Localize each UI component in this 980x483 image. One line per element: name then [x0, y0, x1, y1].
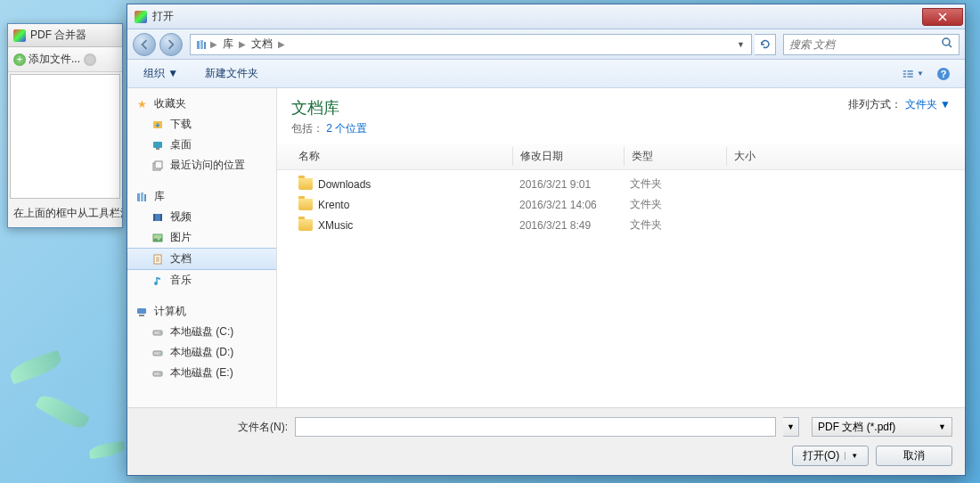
- svg-rect-6: [903, 76, 906, 78]
- svg-rect-4: [903, 70, 906, 72]
- col-name[interactable]: 名称: [291, 147, 512, 166]
- sidebar-item-recent[interactable]: 最近访问的位置: [127, 155, 276, 176]
- search-box[interactable]: [783, 34, 960, 55]
- sidebar-label: 计算机: [154, 304, 186, 319]
- sidebar-item-disk-d[interactable]: 本地磁盘 (D:): [127, 342, 276, 363]
- refresh-icon: [759, 38, 772, 51]
- file-name: Downloads: [318, 178, 371, 191]
- forward-button[interactable]: [159, 33, 183, 56]
- open-label: 打开(O): [803, 448, 839, 463]
- svg-point-34: [159, 372, 161, 374]
- sidebar-item-videos[interactable]: 视频: [127, 207, 276, 227]
- breadcrumb-item[interactable]: 文档: [248, 37, 276, 52]
- col-date[interactable]: 修改日期: [513, 147, 624, 166]
- bg-hint: 在上面的框中从工具栏添: [8, 201, 122, 226]
- bg-title: PDF 合并器: [30, 28, 86, 43]
- svg-rect-5: [903, 73, 906, 75]
- col-size[interactable]: 大小: [727, 147, 798, 166]
- breadcrumb[interactable]: ▶ 库 ▶ 文档 ▶ ▼: [190, 34, 752, 55]
- decorative-leaf: [35, 390, 90, 432]
- sidebar-favorites-head[interactable]: ★ 收藏夹: [127, 94, 276, 114]
- app-icon: [13, 29, 26, 42]
- help-button[interactable]: ?: [933, 64, 954, 84]
- organize-menu[interactable]: 组织 ▼: [138, 62, 184, 85]
- add-file-button[interactable]: + 添加文件...: [13, 52, 80, 67]
- disk-icon: [151, 325, 165, 340]
- bg-list: [10, 74, 120, 199]
- svg-text:?: ?: [941, 69, 947, 79]
- sort-label: 排列方式：: [848, 98, 902, 111]
- library-title: 文档库: [291, 97, 367, 119]
- nav-bar: ▶ 库 ▶ 文档 ▶ ▼: [127, 29, 965, 60]
- recent-icon: [151, 159, 165, 173]
- open-button[interactable]: 打开(O) ▼: [792, 446, 869, 466]
- svg-point-3: [943, 38, 950, 45]
- file-type: 文件夹: [623, 197, 724, 212]
- sort-dropdown[interactable]: 文件夹 ▼: [905, 98, 951, 111]
- filename-input[interactable]: [295, 417, 776, 437]
- breadcrumb-dropdown[interactable]: ▼: [734, 40, 747, 49]
- svg-rect-19: [144, 194, 146, 201]
- close-icon: [938, 12, 947, 21]
- decorative-leaf: [88, 441, 126, 460]
- library-icon: [135, 190, 149, 204]
- svg-rect-17: [137, 193, 140, 201]
- content-header: 文档库 包括： 2 个位置 排列方式： 文件夹 ▼: [277, 88, 965, 143]
- cancel-button[interactable]: 取消: [876, 446, 952, 466]
- forward-icon: [166, 39, 176, 50]
- file-list[interactable]: Downloads 2016/3/21 9:01 文件夹 Krento 2016…: [277, 170, 965, 407]
- sidebar-item-documents[interactable]: 文档: [127, 248, 276, 270]
- new-folder-button[interactable]: 新建文件夹: [200, 62, 264, 85]
- sidebar-item-desktop[interactable]: 桌面: [127, 135, 276, 155]
- back-button[interactable]: [133, 33, 156, 56]
- remove-icon[interactable]: [84, 53, 96, 66]
- chevron-right-icon: ▶: [210, 39, 217, 49]
- file-name: XMusic: [318, 219, 353, 232]
- list-item[interactable]: Downloads 2016/3/21 9:01 文件夹: [291, 174, 965, 194]
- file-name: Krento: [318, 199, 349, 211]
- sidebar[interactable]: ★ 收藏夹 下载 桌面 最近访问的位置: [127, 88, 277, 407]
- close-button[interactable]: [922, 8, 963, 26]
- breadcrumb-item[interactable]: 库: [219, 37, 237, 52]
- search-input[interactable]: [789, 38, 937, 51]
- music-icon: [151, 274, 165, 288]
- file-date: 2016/3/21 8:49: [512, 219, 623, 232]
- chevron-right-icon: ▶: [239, 39, 246, 49]
- refresh-button[interactable]: [755, 34, 776, 55]
- dialog-titlebar[interactable]: 打开: [127, 4, 965, 29]
- sidebar-label: 收藏夹: [154, 96, 186, 111]
- filename-dropdown[interactable]: ▼: [783, 417, 799, 437]
- folder-icon: [298, 178, 313, 190]
- svg-rect-28: [139, 315, 144, 316]
- sidebar-library-head[interactable]: 库: [127, 186, 276, 207]
- list-item[interactable]: XMusic 2016/3/21 8:49 文件夹: [291, 215, 965, 235]
- sidebar-label: 库: [154, 189, 165, 204]
- view-icon: [902, 68, 915, 80]
- help-icon: ?: [936, 67, 951, 81]
- sidebar-label: 桌面: [170, 137, 192, 152]
- sidebar-computer-head[interactable]: 计算机: [127, 301, 276, 322]
- col-type[interactable]: 类型: [625, 147, 726, 166]
- svg-rect-16: [155, 161, 162, 168]
- sidebar-item-disk-e[interactable]: 本地磁盘 (E:): [127, 363, 276, 383]
- sidebar-item-music[interactable]: 音乐: [127, 270, 276, 291]
- svg-point-24: [155, 236, 157, 238]
- sub-prefix: 包括：: [291, 122, 323, 135]
- sidebar-item-downloads[interactable]: 下载: [127, 114, 276, 135]
- view-options-button[interactable]: ▼: [902, 64, 924, 84]
- decorative-leaf: [7, 349, 63, 384]
- folder-icon: [298, 199, 313, 210]
- open-dialog: 打开 ▶ 库 ▶ 文档 ▶ ▼: [127, 4, 966, 476]
- svg-rect-1: [200, 40, 203, 49]
- file-filter-dropdown[interactable]: PDF 文档 (*.pdf) ▼: [812, 417, 952, 437]
- computer-icon: [135, 305, 149, 319]
- sidebar-item-disk-c[interactable]: 本地磁盘 (C:): [127, 322, 276, 342]
- document-icon: [151, 252, 165, 266]
- sidebar-item-pictures[interactable]: 图片: [127, 227, 276, 248]
- locations-link[interactable]: 2 个位置: [326, 122, 367, 135]
- chevron-right-icon: ▶: [278, 39, 285, 49]
- library-icon: [194, 37, 208, 52]
- sidebar-label: 视频: [170, 209, 192, 225]
- list-item[interactable]: Krento 2016/3/21 14:06 文件夹: [291, 194, 965, 215]
- toolbar: 组织 ▼ 新建文件夹 ▼ ?: [127, 60, 965, 88]
